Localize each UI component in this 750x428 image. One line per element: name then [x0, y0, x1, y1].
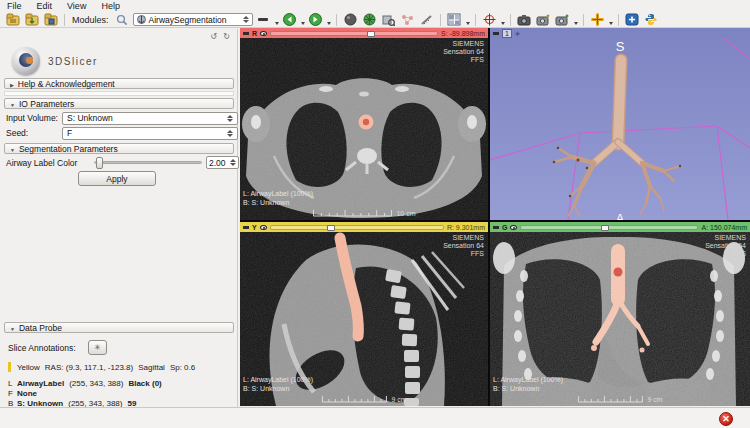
probe-color-name: Yellow — [17, 363, 40, 372]
python-console-icon[interactable] — [643, 13, 660, 27]
view-menu-pin-icon[interactable] — [243, 32, 249, 35]
extensions-manager-icon[interactable] — [624, 13, 641, 27]
scale-ruler-icon — [312, 209, 392, 217]
probe-color-swatch — [8, 362, 11, 372]
vendor-line: SIEMENS — [443, 40, 484, 48]
vendor-line: FFS — [443, 56, 484, 64]
layout-selector-icon[interactable] — [446, 13, 463, 27]
seed-combobox[interactable]: F — [62, 127, 238, 140]
scene-view-restore-icon[interactable] — [554, 13, 571, 27]
ruler-label: 9 cm — [647, 396, 662, 403]
toolbar-separator — [475, 14, 476, 26]
history-caret-icon[interactable] — [275, 22, 279, 25]
back-caret-icon[interactable] — [301, 22, 305, 25]
expanded-arrow-icon — [10, 144, 15, 154]
crosshair-caret-icon[interactable] — [501, 22, 505, 25]
module-history-back-icon[interactable] — [208, 32, 219, 42]
layout-view-area: R S: -89.898mm — [240, 28, 750, 406]
slider-handle[interactable] — [367, 31, 375, 37]
red-slice-slider[interactable] — [270, 31, 438, 36]
threed-view-id: 1 — [502, 29, 512, 38]
yellow-slice-slider[interactable] — [270, 225, 444, 230]
help-section-body — [4, 91, 234, 96]
module-forward-icon[interactable] — [307, 13, 324, 27]
help-section-label: Help & Acknowledgement — [18, 79, 115, 89]
module-panel-pin-icon[interactable] — [221, 32, 232, 42]
slicer-logo-text: 3DSlicer — [48, 56, 98, 67]
view-menu-pin-icon[interactable] — [243, 226, 249, 229]
extensions-wheel-icon[interactable] — [361, 13, 378, 27]
red-slice-view[interactable]: R S: -89.898mm — [240, 28, 488, 220]
input-volume-combobox[interactable]: S: Unknown — [62, 112, 238, 125]
airway-label-color-label: Airway Label Color — [6, 158, 77, 168]
add-markup-caret-icon[interactable] — [609, 22, 613, 25]
data-probe-label: Data Probe — [19, 323, 62, 333]
threed-scene[interactable] — [490, 38, 750, 220]
forward-caret-icon[interactable] — [327, 22, 331, 25]
airway-label-color-value: 2.00 — [209, 158, 226, 168]
airway-label-color-spinbox[interactable]: 2.00 — [206, 156, 239, 169]
green-slice-slider[interactable] — [520, 225, 698, 230]
segmentation-parameters-section[interactable]: Segmentation Parameters — [4, 143, 234, 154]
probe-ras: RAS: (9.3, 117.1, -123.8) — [45, 363, 133, 372]
pin-icon[interactable]: ✛ — [515, 30, 520, 37]
annotation-ruler-icon[interactable] — [418, 13, 435, 27]
home-module-icon[interactable] — [342, 13, 359, 27]
slider-handle[interactable] — [601, 225, 609, 231]
toolbar-separator — [583, 14, 584, 26]
yellow-slice-view[interactable]: Y R: 9.301mm — [240, 222, 488, 406]
menu-view[interactable]: View — [67, 1, 86, 12]
visibility-eye-icon[interactable] — [260, 225, 267, 230]
io-parameters-section[interactable]: IO Parameters — [4, 98, 234, 109]
yellow-view-letter: Y — [252, 224, 257, 231]
scene-view-capture-icon[interactable] — [535, 13, 552, 27]
green-slice-controller: G A: 150.074mm — [490, 222, 750, 232]
crosshair-icon[interactable] — [481, 13, 498, 27]
threed-view[interactable]: 1 ✛ — [490, 28, 750, 220]
visibility-eye-icon[interactable] — [510, 225, 517, 230]
slider-handle[interactable] — [327, 225, 335, 231]
background-layer-annotation: B: S: Unknown — [243, 385, 313, 394]
vendor-line: SIEMENS — [705, 234, 746, 242]
scene-view-caret-icon[interactable] — [574, 22, 578, 25]
markups-module-icon[interactable] — [399, 13, 416, 27]
probe-layer-value: Black (0) — [128, 379, 161, 388]
airway-label-color-slider[interactable] — [94, 161, 202, 164]
layout-caret-icon[interactable] — [466, 22, 470, 25]
module-back-icon[interactable] — [281, 13, 298, 27]
seed-value: F — [67, 128, 72, 138]
screenshot-icon[interactable] — [516, 13, 533, 27]
view-menu-pin-icon[interactable] — [493, 226, 499, 229]
module-history-icon[interactable] — [255, 13, 272, 27]
modules-label: Modules: — [72, 15, 109, 25]
view-menu-pin-icon[interactable] — [493, 32, 499, 35]
toolbar-separator — [618, 14, 619, 26]
scene-views-icon[interactable] — [380, 13, 397, 27]
load-dicom-icon[interactable] — [4, 13, 21, 27]
module-search-icon[interactable] — [114, 13, 131, 27]
combo-arrows-icon — [227, 130, 233, 137]
load-data-icon[interactable] — [23, 13, 40, 27]
red-view-letter: R — [252, 30, 257, 37]
menu-help[interactable]: Help — [101, 1, 120, 12]
data-probe-section[interactable]: Data Probe — [4, 322, 234, 333]
error-log-button[interactable] — [719, 412, 733, 426]
toolbar-separator — [440, 14, 441, 26]
green-slice-offset: A: 150.074mm — [701, 224, 747, 231]
green-slice-view[interactable]: G A: 150.074mm — [490, 222, 750, 406]
help-acknowledgement-section[interactable]: Help & Acknowledgement — [4, 78, 234, 89]
menu-file[interactable]: File — [7, 1, 22, 12]
slider-handle[interactable] — [96, 157, 103, 169]
visibility-eye-icon[interactable] — [260, 31, 267, 36]
menu-edit[interactable]: Edit — [37, 1, 53, 12]
slice-annotations-settings-button[interactable] — [88, 340, 107, 355]
red-slice-controller: R S: -89.898mm — [240, 28, 488, 38]
orientation-marker-anterior: A — [490, 212, 750, 220]
status-bar — [0, 407, 750, 428]
module-selector-combobox[interactable]: AirwaySegmentation — [133, 13, 253, 26]
save-scene-icon[interactable] — [42, 13, 59, 27]
background-layer-annotation: B: S: Unknown — [493, 385, 563, 394]
apply-button[interactable]: Apply — [78, 171, 156, 186]
label-layer-annotation: L: AirwayLabel (100%) — [243, 376, 313, 385]
add-markup-plus-icon[interactable] — [589, 13, 606, 27]
